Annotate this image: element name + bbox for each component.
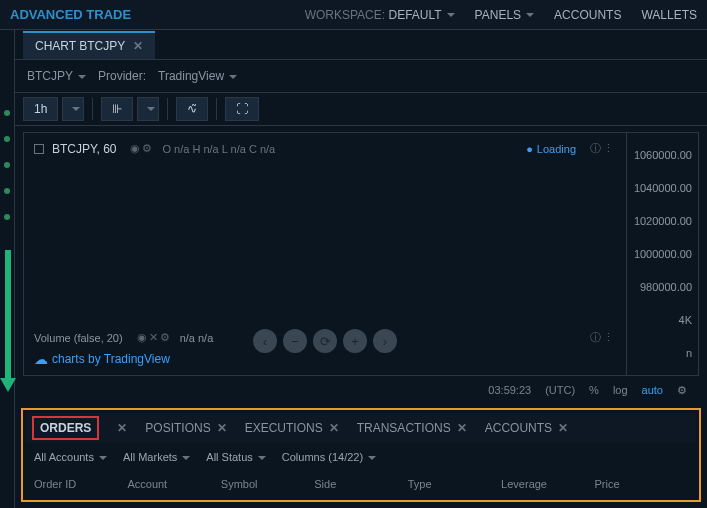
accounts-menu[interactable]: ACCOUNTS bbox=[554, 8, 621, 22]
footer-time: 03:59:23 bbox=[488, 384, 531, 396]
provider-select[interactable]: TradingView bbox=[158, 69, 237, 83]
footer-tz: (UTC) bbox=[545, 384, 575, 396]
close-icon[interactable]: ✕ bbox=[558, 421, 568, 435]
nav-left-button[interactable]: ‹ bbox=[253, 329, 277, 353]
close-icon[interactable]: ✕ bbox=[133, 39, 143, 53]
tab-executions[interactable]: EXECUTIONS✕ bbox=[245, 421, 339, 435]
status-dot bbox=[4, 188, 10, 194]
status-dot bbox=[4, 110, 10, 116]
col-leverage[interactable]: Leverage bbox=[501, 478, 594, 490]
close-icon[interactable]: ✕ bbox=[457, 421, 467, 435]
nav-right-button[interactable]: › bbox=[373, 329, 397, 353]
volume-right-icons[interactable]: ⓘ⋮ bbox=[590, 330, 616, 345]
footer-pct[interactable]: % bbox=[589, 384, 599, 396]
panels-menu[interactable]: PANELS bbox=[475, 8, 534, 22]
workspace-value[interactable]: DEFAULT bbox=[388, 8, 454, 22]
close-icon[interactable]: ✕ bbox=[217, 421, 227, 435]
status-dot bbox=[4, 162, 10, 168]
chart-right-icons[interactable]: ⓘ⋮ bbox=[590, 141, 616, 156]
footer-auto[interactable]: auto bbox=[642, 384, 663, 396]
tab-positions[interactable]: POSITIONS✕ bbox=[145, 421, 226, 435]
y-tick: 1040000.00 bbox=[633, 176, 692, 200]
chart-canvas[interactable] bbox=[24, 164, 626, 324]
candle-type-button[interactable]: ⊪ bbox=[101, 97, 133, 121]
wallets-menu[interactable]: WALLETS bbox=[641, 8, 697, 22]
footer-log[interactable]: log bbox=[613, 384, 628, 396]
col-orderid[interactable]: Order ID bbox=[34, 478, 127, 490]
col-account[interactable]: Account bbox=[127, 478, 220, 490]
indicators-button[interactable]: ∿̃ bbox=[176, 97, 208, 121]
y-axis: 1060000.00 1040000.00 1020000.00 1000000… bbox=[626, 133, 698, 375]
reset-button[interactable]: ⟳ bbox=[313, 329, 337, 353]
cloud-icon: ☁ bbox=[34, 351, 48, 367]
y-tick: 1000000.00 bbox=[633, 242, 692, 266]
tab-transactions[interactable]: TRANSACTIONS✕ bbox=[357, 421, 467, 435]
volume-icons[interactable]: ◉✕⚙ bbox=[137, 331, 172, 344]
col-type[interactable]: Type bbox=[408, 478, 501, 490]
workspace-label: WORKSPACE: bbox=[305, 8, 385, 22]
filter-accounts[interactable]: All Accounts bbox=[34, 451, 107, 463]
ticker-label: BTCJPY, 60 bbox=[52, 142, 116, 156]
close-icon[interactable]: ✕ bbox=[329, 421, 339, 435]
y-tick: 980000.00 bbox=[633, 275, 692, 299]
timeframe-button[interactable]: 1h bbox=[23, 97, 58, 121]
y-tick: 1060000.00 bbox=[633, 143, 692, 167]
col-price[interactable]: Price bbox=[595, 478, 688, 490]
volume-label: Volume (false, 20) bbox=[34, 332, 123, 344]
y-tick: 1020000.00 bbox=[633, 209, 692, 233]
close-icon[interactable]: ✕ bbox=[117, 421, 127, 435]
status-dot bbox=[4, 136, 10, 142]
filter-markets[interactable]: All Markets bbox=[123, 451, 190, 463]
collapse-icon[interactable] bbox=[34, 144, 44, 154]
zoom-out-button[interactable]: − bbox=[283, 329, 307, 353]
zoom-in-button[interactable]: + bbox=[343, 329, 367, 353]
gear-icon[interactable]: ⚙ bbox=[677, 384, 687, 397]
brand: ADVANCED TRADE bbox=[10, 7, 131, 22]
status-dot bbox=[4, 214, 10, 220]
y-tick: n bbox=[633, 341, 692, 365]
col-symbol[interactable]: Symbol bbox=[221, 478, 314, 490]
left-strip bbox=[0, 30, 15, 508]
credits-link[interactable]: charts by TradingView bbox=[52, 352, 170, 366]
orders-panel: ORDERS ✕ POSITIONS✕ EXECUTIONS✕ TRANSACT… bbox=[21, 408, 701, 502]
loading-indicator: Loading bbox=[526, 143, 576, 155]
provider-label: Provider: bbox=[98, 69, 146, 83]
filter-status[interactable]: All Status bbox=[206, 451, 265, 463]
symbol-select[interactable]: BTCJPY bbox=[27, 69, 86, 83]
workspace-group[interactable]: WORKSPACE: DEFAULT bbox=[305, 8, 455, 22]
y-tick: 4K bbox=[633, 308, 692, 332]
chart-tab[interactable]: CHART BTCJPY ✕ bbox=[23, 31, 155, 59]
timeframe-drop-icon[interactable] bbox=[62, 97, 84, 121]
ohlc-text: O n/a H n/a L n/a C n/a bbox=[162, 143, 275, 155]
fullscreen-button[interactable]: ⛶ bbox=[225, 97, 259, 121]
col-side[interactable]: Side bbox=[314, 478, 407, 490]
filter-columns[interactable]: Columns (14/22) bbox=[282, 451, 376, 463]
chart-mini-icons[interactable]: ◉⚙ bbox=[130, 142, 154, 155]
tab-orders[interactable]: ORDERS bbox=[32, 416, 99, 440]
candle-drop-icon[interactable] bbox=[137, 97, 159, 121]
volume-values: n/a n/a bbox=[180, 332, 214, 344]
chart-tab-label: CHART BTCJPY bbox=[35, 39, 125, 53]
tab-accounts[interactable]: ACCOUNTS✕ bbox=[485, 421, 568, 435]
